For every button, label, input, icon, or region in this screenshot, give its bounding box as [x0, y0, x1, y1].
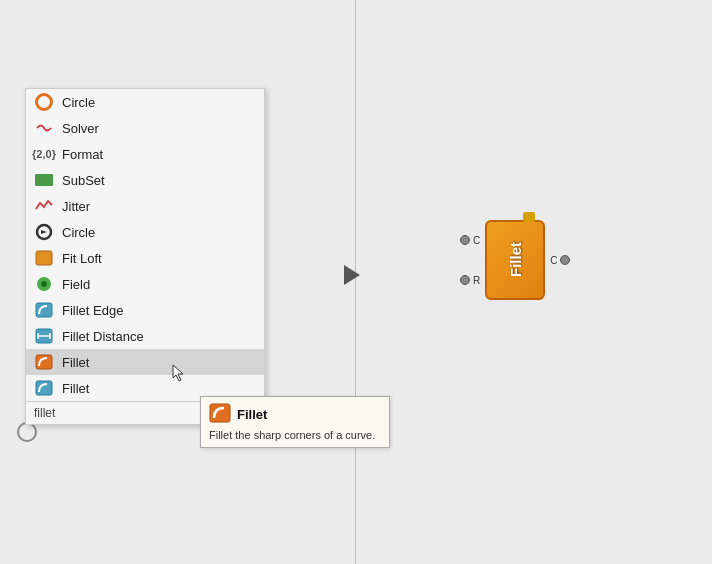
input-label-c: C [473, 235, 480, 246]
component-wrapper: C R Fillet C [460, 220, 570, 300]
menu-label-field: Field [62, 277, 90, 292]
menu-label-fillet-bottom: Fillet [62, 381, 89, 396]
input-port-r: R [460, 275, 483, 286]
menu-item-format[interactable]: {2,0} Format [26, 141, 264, 167]
menu-label-fillet-highlighted: Fillet [62, 355, 89, 370]
menu-item-fillet-highlighted[interactable]: Fillet [26, 349, 264, 375]
menu-label-fillet-edge: Fillet Edge [62, 303, 123, 318]
menu-label-subset: SubSet [62, 173, 105, 188]
menu-item-jitter[interactable]: Jitter [26, 193, 264, 219]
svg-point-4 [41, 281, 47, 287]
fitloft-icon [34, 248, 54, 268]
component-name: Fillet [507, 242, 524, 277]
component-area: C R Fillet C [460, 220, 570, 300]
fillet-tooltip-icon [209, 403, 231, 425]
svg-rect-13 [210, 404, 230, 422]
fillet-edge-icon [34, 300, 54, 320]
svg-marker-1 [41, 230, 47, 234]
tooltip-title: Fillet [237, 407, 267, 422]
field-icon [34, 274, 54, 294]
solver-icon [34, 118, 54, 138]
jitter-icon [34, 196, 54, 216]
menu-label-format: Format [62, 147, 103, 162]
fillet-bottom-icon [34, 378, 54, 398]
menu-item-field[interactable]: Field [26, 271, 264, 297]
menu-label-jitter: Jitter [62, 199, 90, 214]
output-dot-c[interactable] [560, 255, 570, 265]
svg-rect-2 [36, 251, 52, 265]
menu-item-circle-mid[interactable]: Circle [26, 219, 264, 245]
menu-item-circle-top[interactable]: Circle [26, 89, 264, 115]
svg-rect-10 [36, 355, 52, 369]
menu-label-circle-top: Circle [62, 95, 95, 110]
circle-dark-icon [34, 222, 54, 242]
svg-rect-5 [36, 303, 52, 317]
menu-item-fit-loft[interactable]: Fit Loft [26, 245, 264, 271]
input-port-c: C [460, 235, 483, 246]
menu-item-solver[interactable]: Solver [26, 115, 264, 141]
subset-icon [34, 170, 54, 190]
port-dot-c[interactable] [460, 235, 470, 245]
center-arrow [344, 265, 360, 285]
format-icon: {2,0} [34, 144, 54, 164]
dropdown-menu: Circle Solver {2,0} Format SubSet Jitter [25, 88, 265, 425]
tooltip-header: Fillet [209, 403, 381, 425]
menu-label-solver: Solver [62, 121, 99, 136]
circle-orange-icon [34, 92, 54, 112]
fillet-dist-icon [34, 326, 54, 346]
port-dot-r[interactable] [460, 275, 470, 285]
output-port-c: C [547, 255, 570, 266]
input-label-r: R [473, 275, 480, 286]
svg-point-14 [18, 423, 36, 441]
tooltip-description: Fillet the sharp corners of a curve. [209, 429, 381, 441]
output-ports-panel: C [545, 220, 570, 300]
menu-item-fillet-edge[interactable]: Fillet Edge [26, 297, 264, 323]
component-pin [523, 212, 535, 222]
menu-label-circle-mid: Circle [62, 225, 95, 240]
fillet-orange-icon [34, 352, 54, 372]
input-ports-panel: C R [460, 220, 485, 300]
menu-label-fit-loft: Fit Loft [62, 251, 102, 266]
menu-item-fillet-distance[interactable]: Fillet Distance [26, 323, 264, 349]
tooltip: Fillet Fillet the sharp corners of a cur… [200, 396, 390, 448]
svg-rect-11 [36, 381, 52, 395]
output-label-c: C [550, 255, 557, 266]
menu-label-fillet-distance: Fillet Distance [62, 329, 144, 344]
component-body[interactable]: Fillet [485, 220, 545, 300]
menu-item-subset[interactable]: SubSet [26, 167, 264, 193]
